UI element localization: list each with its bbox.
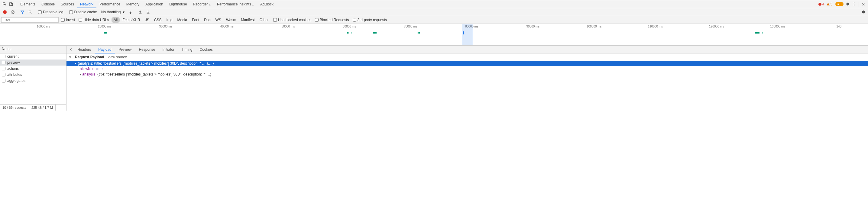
hide-data-urls-checkbox[interactable]: Hide data URLs: [78, 18, 110, 22]
disable-cache-checkbox[interactable]: Disable cache: [68, 10, 98, 14]
filter-type-img[interactable]: Img: [164, 17, 175, 23]
close-detail-icon[interactable]: ✕: [68, 47, 74, 52]
request-name: aggregates: [7, 78, 25, 83]
tab-performance[interactable]: Performance: [96, 1, 123, 7]
filter-type-font[interactable]: Font: [190, 17, 201, 23]
tab-elements[interactable]: Elements: [17, 1, 38, 7]
filter-input[interactable]: [1, 17, 59, 23]
detail-tab-headers[interactable]: Headers: [74, 46, 95, 53]
timeline-tick: 120000 ms: [709, 25, 724, 28]
tab-adblock[interactable]: AdBlock: [257, 1, 277, 7]
search-icon[interactable]: [27, 9, 33, 15]
timeline-tick: 140: [836, 25, 841, 28]
view-source-link[interactable]: view source: [108, 55, 127, 59]
network-conditions-icon[interactable]: [128, 9, 133, 15]
request-row[interactable]: attributes: [0, 72, 66, 78]
request-row-checkbox[interactable]: [2, 73, 5, 76]
timeline-tick: 30000 ms: [159, 25, 173, 28]
request-row[interactable]: current: [0, 54, 66, 60]
payload-line[interactable]: analysis: {title: "bestsellers ["mobiles…: [66, 72, 868, 77]
tab-memory[interactable]: Memory: [123, 1, 142, 7]
has-blocked-cookies-checkbox[interactable]: Has blocked cookies: [272, 18, 312, 22]
request-list-header[interactable]: Name: [0, 45, 66, 54]
payload-section-header[interactable]: Request Payload view source: [66, 54, 868, 61]
divider: [859, 2, 859, 7]
filter-type-css[interactable]: CSS: [152, 17, 164, 23]
transfer-size: 225 kB / 1.7 M: [29, 104, 56, 110]
detail-tab-initiator[interactable]: Initiator: [159, 46, 178, 53]
invert-checkbox[interactable]: Invert: [60, 18, 76, 22]
device-toggle-icon[interactable]: [8, 1, 14, 7]
timeline-tick: 10000 ms: [37, 25, 50, 28]
filter-type-fetch-xhr[interactable]: Fetch/XHR: [120, 17, 142, 23]
request-row-checkbox[interactable]: [2, 61, 5, 64]
error-count: 4: [823, 2, 825, 6]
close-icon[interactable]: ✕: [860, 1, 867, 7]
error-icon: [818, 3, 822, 6]
tab-sources[interactable]: Sources: [58, 1, 77, 7]
preserve-log-checkbox[interactable]: Preserve log: [37, 10, 64, 14]
tab-console[interactable]: Console: [38, 1, 58, 7]
request-row[interactable]: actions: [0, 66, 66, 72]
inspect-icon[interactable]: [1, 1, 8, 7]
filter-type-media[interactable]: Media: [175, 17, 189, 23]
record-button[interactable]: [2, 9, 8, 15]
timeline-tick: 110000 ms: [648, 25, 663, 28]
request-row[interactable]: aggregates: [0, 78, 66, 84]
tab-network[interactable]: Network: [77, 1, 96, 7]
network-settings-icon[interactable]: [860, 9, 866, 15]
throttling-select[interactable]: No throttling ▾: [100, 9, 126, 15]
tab-lighthouse[interactable]: Lighthouse: [166, 1, 190, 7]
detail-tab-timing[interactable]: Timing: [178, 46, 196, 53]
timeline-tick: 60000 ms: [343, 25, 356, 28]
tab-application[interactable]: Application: [142, 1, 166, 7]
more-icon[interactable]: ⋮: [851, 1, 858, 7]
payload-body: Request Payload view source {analysis: {…: [66, 54, 868, 110]
request-row-checkbox[interactable]: [2, 55, 5, 58]
request-name: current: [7, 55, 19, 59]
devtools-tab-bar: ElementsConsoleSourcesNetworkPerformance…: [0, 0, 868, 8]
request-list-footer: 10 / 69 requests 225 kB / 1.7 M: [0, 104, 66, 110]
section-title: Request Payload: [75, 55, 104, 59]
request-name: preview: [7, 60, 20, 65]
filter-type-manifest[interactable]: Manifest: [239, 17, 256, 23]
blocked-requests-checkbox[interactable]: Blocked Requests: [314, 18, 350, 22]
payload-line[interactable]: allowNull: true: [66, 66, 868, 72]
detail-tab-response[interactable]: Response: [135, 46, 159, 53]
filter-toggle-icon[interactable]: [19, 9, 25, 15]
expand-icon: [74, 63, 77, 64]
detail-tab-preview[interactable]: Preview: [115, 46, 135, 53]
payload-root-line[interactable]: {analysis: {title: "bestsellers ["mobile…: [66, 61, 868, 66]
timeline-tick: 100000 ms: [587, 25, 601, 28]
request-row[interactable]: preview: [0, 60, 66, 66]
detail-tab-cookies[interactable]: Cookies: [196, 46, 216, 53]
svg-point-5: [130, 13, 131, 13]
divider: [16, 2, 16, 7]
issues-badge[interactable]: ■1: [835, 2, 843, 6]
request-row-checkbox[interactable]: [2, 79, 5, 82]
download-har-icon[interactable]: [145, 9, 151, 15]
filter-type-js[interactable]: JS: [143, 17, 151, 23]
filter-type-wasm[interactable]: Wasm: [224, 17, 239, 23]
error-badge[interactable]: 4 5: [817, 2, 834, 7]
filter-type-all[interactable]: All: [112, 17, 120, 23]
collapse-icon: [69, 57, 71, 58]
request-count: 10 / 69 requests: [0, 104, 29, 110]
tab-recorder[interactable]: Recorder ▲: [190, 1, 214, 7]
experimental-icon: ▲: [208, 3, 211, 6]
network-timeline[interactable]: 10000 ms20000 ms30000 ms40000 ms50000 ms…: [0, 24, 868, 45]
detail-tab-payload[interactable]: Payload: [95, 46, 115, 53]
third-party-checkbox[interactable]: 3rd-party requests: [351, 18, 388, 22]
warning-icon: [827, 3, 830, 5]
timeline-selection[interactable]: [462, 24, 473, 45]
request-row-checkbox[interactable]: [2, 67, 5, 70]
tab-performance-insights[interactable]: Performance insights ▲: [214, 1, 257, 7]
timeline-tick: 70000 ms: [404, 25, 417, 28]
filter-type-ws[interactable]: WS: [213, 17, 223, 23]
clear-icon[interactable]: [10, 9, 16, 15]
settings-icon[interactable]: [844, 1, 851, 7]
upload-har-icon[interactable]: [137, 9, 143, 15]
filter-type-doc[interactable]: Doc: [202, 17, 213, 23]
filter-type-other[interactable]: Other: [257, 17, 271, 23]
svg-point-4: [29, 10, 31, 13]
